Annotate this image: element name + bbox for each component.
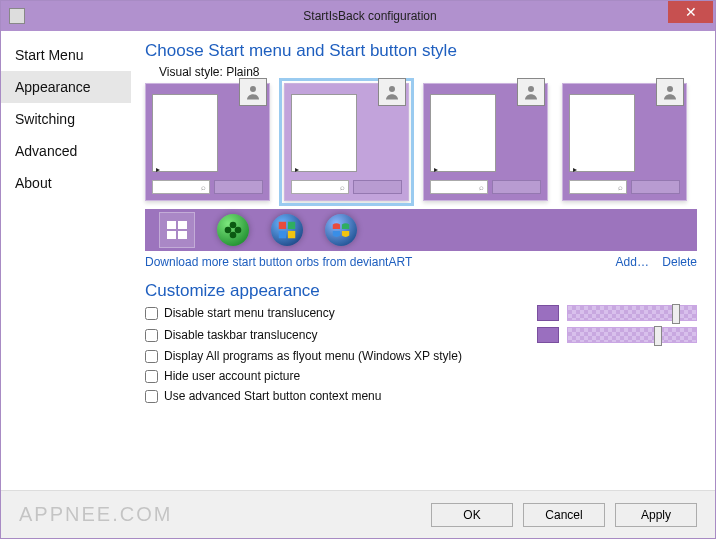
svg-rect-4 bbox=[167, 221, 176, 229]
chevron-right-icon: ▸ bbox=[295, 165, 299, 174]
option-row: Disable taskbar translucency bbox=[145, 327, 697, 343]
thumb-menu-panel bbox=[430, 94, 496, 172]
svg-rect-13 bbox=[288, 222, 295, 229]
customize-section-header: Customize appearance bbox=[145, 281, 697, 301]
option-label: Hide user account picture bbox=[164, 369, 300, 383]
svg-rect-6 bbox=[167, 231, 176, 239]
main-panel: Choose Start menu and Start button style… bbox=[131, 31, 715, 490]
option-row: Hide user account picture bbox=[145, 369, 697, 383]
shutdown-button-preview bbox=[353, 180, 402, 194]
search-icon: ⌕ bbox=[291, 180, 349, 194]
chevron-right-icon: ▸ bbox=[573, 165, 577, 174]
style-thumbnails: ▸ ⌕ ▸ ⌕ ▸ ⌕ ▸ ⌕ bbox=[145, 83, 697, 201]
orb-selector-bar bbox=[145, 209, 697, 251]
option-label: Use advanced Start button context menu bbox=[164, 389, 381, 403]
svg-point-11 bbox=[230, 232, 237, 239]
orb-windows-flat[interactable] bbox=[159, 212, 195, 248]
svg-point-9 bbox=[225, 227, 232, 234]
sidebar: Start Menu Appearance Switching Advanced… bbox=[1, 31, 131, 490]
orb-clover[interactable] bbox=[217, 214, 249, 246]
slider-thumb[interactable] bbox=[672, 304, 680, 324]
chevron-right-icon: ▸ bbox=[434, 165, 438, 174]
search-icon: ⌕ bbox=[569, 180, 627, 194]
sidebar-item-start-menu[interactable]: Start Menu bbox=[1, 39, 131, 71]
style-thumb-1[interactable]: ▸ ⌕ bbox=[145, 83, 270, 201]
slider-thumb[interactable] bbox=[654, 326, 662, 346]
user-avatar-icon bbox=[517, 78, 545, 106]
window-title: StartIsBack configuration bbox=[25, 9, 715, 23]
chevron-right-icon: ▸ bbox=[156, 165, 160, 174]
taskbar-color-swatch[interactable] bbox=[537, 327, 559, 343]
delete-orb-link[interactable]: Delete bbox=[662, 255, 697, 269]
svg-point-8 bbox=[230, 222, 237, 229]
cancel-button[interactable]: Cancel bbox=[523, 503, 605, 527]
svg-point-10 bbox=[235, 227, 242, 234]
svg-rect-12 bbox=[279, 222, 286, 229]
sidebar-item-advanced[interactable]: Advanced bbox=[1, 135, 131, 167]
app-icon bbox=[9, 8, 25, 24]
taskbar-translucency-slider[interactable] bbox=[567, 327, 697, 343]
ok-button[interactable]: OK bbox=[431, 503, 513, 527]
checkbox-disable-startmenu-translucency[interactable] bbox=[145, 307, 158, 320]
svg-rect-14 bbox=[279, 231, 286, 238]
svg-point-0 bbox=[250, 86, 256, 92]
option-row: Disable start menu translucency bbox=[145, 305, 697, 321]
thumb-menu-panel bbox=[152, 94, 218, 172]
svg-rect-5 bbox=[178, 221, 187, 229]
style-section-header: Choose Start menu and Start button style bbox=[145, 41, 697, 61]
shutdown-button-preview bbox=[631, 180, 680, 194]
user-avatar-icon bbox=[378, 78, 406, 106]
apply-button[interactable]: Apply bbox=[615, 503, 697, 527]
sidebar-item-switching[interactable]: Switching bbox=[1, 103, 131, 135]
download-orbs-link[interactable]: Download more start button orbs from dev… bbox=[145, 255, 412, 269]
svg-rect-7 bbox=[178, 231, 187, 239]
shutdown-button-preview bbox=[492, 180, 541, 194]
orb-windows-colored[interactable] bbox=[271, 214, 303, 246]
orb-links-row: Download more start button orbs from dev… bbox=[145, 255, 697, 269]
add-orb-link[interactable]: Add… bbox=[616, 255, 649, 269]
checkbox-advanced-context-menu[interactable] bbox=[145, 390, 158, 403]
titlebar: StartIsBack configuration bbox=[1, 1, 715, 31]
checkbox-hide-user-picture[interactable] bbox=[145, 370, 158, 383]
sidebar-item-appearance[interactable]: Appearance bbox=[1, 71, 131, 103]
search-icon: ⌕ bbox=[152, 180, 210, 194]
option-label: Disable taskbar translucency bbox=[164, 328, 317, 342]
style-thumb-4[interactable]: ▸ ⌕ bbox=[562, 83, 687, 201]
checkbox-disable-taskbar-translucency[interactable] bbox=[145, 329, 158, 342]
option-row: Use advanced Start button context menu bbox=[145, 389, 697, 403]
style-thumb-3[interactable]: ▸ ⌕ bbox=[423, 83, 548, 201]
startmenu-translucency-slider[interactable] bbox=[567, 305, 697, 321]
svg-point-2 bbox=[528, 86, 534, 92]
sidebar-item-about[interactable]: About bbox=[1, 167, 131, 199]
option-label: Display All programs as flyout menu (Win… bbox=[164, 349, 462, 363]
dialog-button-row: OK Cancel Apply bbox=[1, 490, 715, 538]
svg-rect-15 bbox=[288, 231, 295, 238]
shutdown-button-preview bbox=[214, 180, 263, 194]
option-label: Disable start menu translucency bbox=[164, 306, 335, 320]
option-row: Display All programs as flyout menu (Win… bbox=[145, 349, 697, 363]
visual-style-label: Visual style: Plain8 bbox=[159, 65, 697, 79]
options-group: Disable start menu translucency Disable … bbox=[145, 305, 697, 403]
style-thumb-2[interactable]: ▸ ⌕ bbox=[284, 83, 409, 201]
thumb-menu-panel bbox=[569, 94, 635, 172]
checkbox-flyout-menu[interactable] bbox=[145, 350, 158, 363]
user-avatar-icon bbox=[239, 78, 267, 106]
search-icon: ⌕ bbox=[430, 180, 488, 194]
startmenu-color-swatch[interactable] bbox=[537, 305, 559, 321]
close-button[interactable] bbox=[668, 1, 713, 23]
thumb-menu-panel bbox=[291, 94, 357, 172]
svg-point-1 bbox=[389, 86, 395, 92]
orb-windows-7[interactable] bbox=[325, 214, 357, 246]
svg-point-3 bbox=[667, 86, 673, 92]
user-avatar-icon bbox=[656, 78, 684, 106]
